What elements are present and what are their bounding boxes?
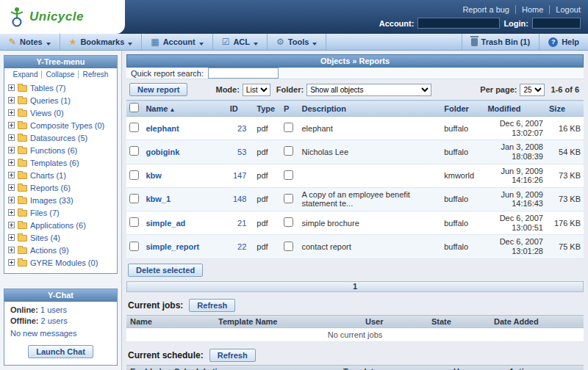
report-id-link[interactable]: 147	[233, 171, 246, 180]
tree-item-images[interactable]: Images (33)	[30, 196, 74, 205]
folder-icon	[18, 123, 27, 129]
report-a-bug-link[interactable]: Report a bug	[456, 5, 516, 14]
trash-bin-link[interactable]: Trash Bin (1)	[462, 34, 539, 50]
row-checkbox[interactable]	[129, 217, 139, 227]
p-checkbox[interactable]	[284, 123, 293, 132]
page-number[interactable]: 1	[353, 282, 357, 291]
expand-icon[interactable]	[8, 147, 15, 153]
new-report-button[interactable]: New report	[129, 83, 187, 96]
menu-item-account[interactable]: ▦ Account	[142, 34, 212, 50]
tree-item-files[interactable]: Files (7)	[30, 208, 60, 217]
select-all-checkbox[interactable]	[129, 103, 139, 112]
row-checkbox[interactable]	[129, 194, 139, 203]
row-checkbox[interactable]	[129, 146, 139, 156]
p-checkbox[interactable]	[284, 242, 293, 251]
logo[interactable]: Unicycle	[0, 0, 125, 34]
schedule-refresh-button[interactable]: Refresh	[209, 349, 256, 362]
logout-link[interactable]: Logout	[550, 5, 581, 14]
report-name-link[interactable]: simple_report	[146, 242, 199, 251]
per-page-select[interactable]: 25	[520, 84, 545, 96]
mode-select[interactable]: List	[243, 84, 270, 96]
expand-icon[interactable]	[8, 247, 15, 253]
login-input[interactable]	[532, 18, 581, 29]
tree-item-tables[interactable]: Tables (7)	[30, 84, 65, 92]
tree-item-gyre-modules[interactable]: GYRE Modules (0)	[30, 258, 98, 267]
column-header-size[interactable]: Size	[546, 101, 584, 117]
chat-panel: Y-Chat Online: 1 users Offline: 2 users …	[4, 289, 118, 366]
tree-item-applications[interactable]: Applications (6)	[30, 221, 86, 230]
report-id-link[interactable]: 21	[237, 219, 246, 228]
column-header-p[interactable]: P	[281, 101, 298, 117]
expand-icon[interactable]	[8, 197, 15, 203]
tree-collapse-link[interactable]: Collapse	[42, 70, 79, 79]
row-checkbox[interactable]	[129, 123, 139, 132]
expand-icon[interactable]	[8, 209, 15, 216]
p-checkbox[interactable]	[284, 170, 293, 180]
report-id-link[interactable]: 53	[237, 148, 246, 156]
id-cell: 23	[227, 117, 254, 140]
menu-item-tools[interactable]: ⚙ Tools	[268, 34, 326, 50]
expand-icon[interactable]	[8, 97, 15, 104]
expand-icon[interactable]	[8, 134, 15, 141]
acl-icon: ☑	[222, 37, 230, 46]
modified-cell: Jan 3, 200818:08:39	[484, 140, 546, 164]
tree-item-templates[interactable]: Templates (6)	[30, 159, 79, 167]
expand-icon[interactable]	[8, 184, 15, 191]
tree-item-charts[interactable]: Charts (1)	[30, 171, 66, 180]
schedule-header-user: User	[450, 365, 505, 370]
menu-item-notes[interactable]: ✎ Notes	[0, 34, 60, 50]
report-name-link[interactable]: simple_ad	[146, 219, 185, 228]
tree-item-actions[interactable]: Actions (9)	[30, 246, 69, 255]
tree-item-functions[interactable]: Functions (6)	[30, 146, 77, 155]
current-schedule-title: Current schedule:	[128, 350, 204, 360]
column-header-type[interactable]: Type	[254, 101, 281, 117]
report-id-link[interactable]: 22	[237, 242, 246, 251]
launch-chat-button[interactable]: Launch Chat	[28, 345, 93, 358]
column-header-modified[interactable]: Modified	[484, 101, 546, 117]
report-name-link[interactable]: elephant	[146, 124, 179, 133]
column-header-name[interactable]: Name▲	[143, 101, 226, 117]
expand-icon[interactable]	[8, 84, 15, 91]
column-header-id[interactable]: ID	[227, 101, 254, 117]
expand-icon[interactable]	[8, 159, 15, 166]
row-checkbox[interactable]	[129, 242, 139, 251]
tree-refresh-link[interactable]: Refresh	[79, 70, 112, 79]
menubar: ✎ Notes ★ Bookmarks ▦ Account ☑ ACL ⚙	[0, 34, 588, 51]
p-checkbox[interactable]	[284, 194, 293, 203]
jobs-refresh-button[interactable]: Refresh	[189, 299, 235, 312]
p-checkbox[interactable]	[284, 217, 293, 227]
menu-item-bookmarks[interactable]: ★ Bookmarks	[60, 34, 143, 50]
tree-item-queries[interactable]: Queries (1)	[30, 96, 71, 105]
menu-item-acl[interactable]: ☑ ACL	[213, 34, 268, 50]
folder-select[interactable]: Show all objects	[306, 84, 431, 96]
modified-cell: Jun 9, 200914:16:26	[484, 164, 546, 187]
tree-item-datasources[interactable]: Datasources (5)	[30, 134, 87, 142]
help-link[interactable]: ? Help	[539, 34, 588, 50]
column-header-description[interactable]: Description	[299, 101, 442, 117]
report-name-link[interactable]: gobigink	[146, 148, 179, 156]
expand-icon[interactable]	[8, 109, 15, 116]
expand-icon[interactable]	[8, 122, 15, 128]
report-id-link[interactable]: 148	[233, 195, 246, 203]
delete-selected-button[interactable]: Delete selected	[128, 264, 203, 277]
select-cell	[126, 140, 143, 164]
account-input[interactable]	[417, 18, 500, 29]
row-checkbox[interactable]	[129, 170, 139, 180]
tree-item-reports[interactable]: Reports (6)	[30, 184, 71, 192]
tree-item-sites[interactable]: Sites (4)	[30, 233, 60, 242]
report-id-link[interactable]: 23	[237, 124, 246, 133]
report-name-link[interactable]: kbw_1	[146, 195, 171, 203]
expand-icon[interactable]	[8, 222, 15, 228]
expand-icon[interactable]	[8, 259, 15, 266]
home-link[interactable]: Home	[516, 5, 550, 14]
quick-search-input[interactable]	[208, 68, 279, 79]
p-cell	[281, 235, 298, 258]
report-name-link[interactable]: kbw	[146, 171, 161, 180]
column-header-folder[interactable]: Folder	[441, 101, 484, 117]
tree-item-views[interactable]: Views (0)	[30, 109, 64, 117]
tree-expand-link[interactable]: Expand	[10, 70, 43, 79]
expand-icon[interactable]	[8, 172, 15, 178]
expand-icon[interactable]	[8, 234, 15, 241]
p-checkbox[interactable]	[284, 146, 293, 156]
tree-item-composite-types[interactable]: Composite Types (0)	[30, 121, 104, 130]
